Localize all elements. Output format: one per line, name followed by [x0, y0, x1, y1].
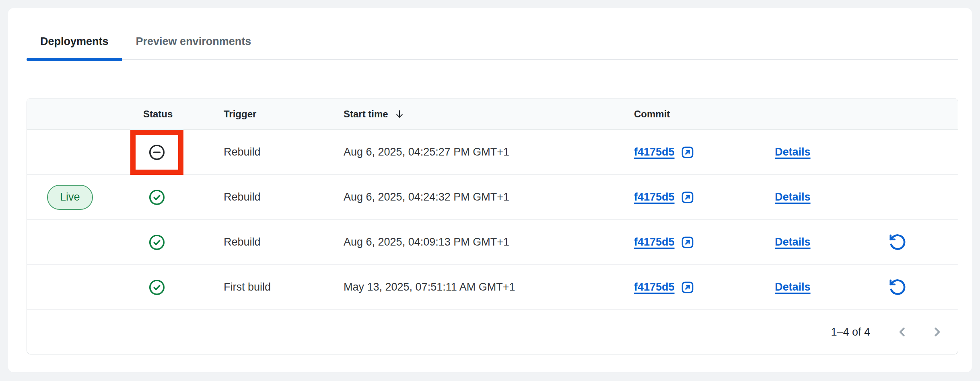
- commit-link[interactable]: f4175d5: [634, 280, 695, 295]
- live-badge: Live: [47, 185, 93, 210]
- previous-page-button[interactable]: [895, 325, 910, 339]
- details-link[interactable]: Details: [775, 191, 811, 203]
- status-cell: [143, 234, 224, 251]
- commit-link[interactable]: f4175d5: [634, 235, 695, 250]
- trigger-cell: First build: [224, 281, 344, 293]
- environment-cell: Live: [27, 185, 143, 210]
- details-cell: Details: [775, 281, 861, 293]
- trigger-cell: Rebuild: [224, 236, 344, 248]
- commit-hash: f4175d5: [634, 281, 675, 293]
- external-link-icon: [680, 145, 695, 160]
- chevron-left-icon: [895, 325, 910, 339]
- status-cell: [143, 188, 224, 206]
- details-cell: Details: [775, 236, 861, 248]
- start-time-cell: May 13, 2025, 07:51:11 AM GMT+1: [344, 281, 634, 293]
- success-status-icon: [148, 234, 166, 251]
- trigger-cell: Rebuild: [224, 146, 344, 158]
- tab-preview-environments[interactable]: Preview environments: [122, 28, 265, 60]
- table-row: Rebuild Aug 6, 2025, 04:09:13 PM GMT+1 f…: [27, 220, 958, 265]
- details-label: Details: [775, 146, 811, 158]
- details-label: Details: [775, 191, 811, 203]
- action-cell: [861, 233, 958, 252]
- table-row: Live Rebuild Aug 6, 2025, 04:24:32 PM GM…: [27, 175, 958, 220]
- start-time-cell: Aug 6, 2025, 04:25:27 PM GMT+1: [344, 146, 634, 158]
- header-trigger: Trigger: [224, 109, 344, 120]
- commit-link[interactable]: f4175d5: [634, 145, 695, 160]
- details-cell: Details: [775, 146, 861, 158]
- external-link-icon: [680, 235, 695, 250]
- retry-deployment-button[interactable]: [888, 233, 907, 252]
- pagination-range-label: 1–4 of 4: [831, 326, 870, 338]
- details-link[interactable]: Details: [775, 281, 811, 293]
- retry-deployment-button[interactable]: [888, 278, 907, 297]
- table-row: Rebuild Aug 6, 2025, 04:25:27 PM GMT+1 f…: [27, 130, 958, 175]
- commit-cell: f4175d5: [634, 145, 775, 160]
- rotate-ccw-icon: [888, 278, 907, 297]
- commit-cell: f4175d5: [634, 280, 775, 295]
- page-background: Deployments Preview environments Status …: [0, 0, 980, 381]
- commit-hash: f4175d5: [634, 191, 675, 203]
- pagination-row: 1–4 of 4: [27, 310, 958, 354]
- header-start-time-label: Start time: [344, 109, 388, 120]
- commit-hash: f4175d5: [634, 146, 675, 158]
- details-link[interactable]: Details: [775, 146, 811, 158]
- table-header-row: Status Trigger Start time Commit: [27, 98, 958, 130]
- commit-cell: f4175d5: [634, 190, 775, 205]
- table-row: First build May 13, 2025, 07:51:11 AM GM…: [27, 265, 958, 310]
- external-link-icon: [680, 280, 695, 295]
- sort-descending-icon[interactable]: [394, 109, 405, 120]
- commit-cell: f4175d5: [634, 235, 775, 250]
- commit-link[interactable]: f4175d5: [634, 190, 695, 205]
- tab-deployments[interactable]: Deployments: [27, 28, 122, 60]
- start-time-cell: Aug 6, 2025, 04:24:32 PM GMT+1: [344, 191, 634, 203]
- details-link[interactable]: Details: [775, 236, 811, 248]
- action-cell: [861, 278, 958, 297]
- header-status: Status: [143, 109, 224, 120]
- external-link-icon: [680, 190, 695, 205]
- header-commit: Commit: [634, 109, 775, 120]
- deployments-table: Status Trigger Start time Commit: [27, 98, 958, 354]
- annotation-highlight-box: [130, 130, 183, 175]
- deployments-card: Deployments Preview environments Status …: [8, 8, 972, 372]
- status-cell: [143, 279, 224, 296]
- start-time-cell: Aug 6, 2025, 04:09:13 PM GMT+1: [344, 236, 634, 248]
- success-status-icon: [148, 279, 166, 296]
- success-status-icon: [148, 188, 166, 206]
- next-page-button[interactable]: [930, 325, 944, 339]
- header-start-time[interactable]: Start time: [344, 109, 634, 120]
- status-cell: [143, 143, 224, 161]
- rotate-ccw-icon: [888, 233, 907, 252]
- details-label: Details: [775, 236, 811, 248]
- commit-hash: f4175d5: [634, 236, 675, 248]
- chevron-right-icon: [930, 325, 944, 339]
- details-label: Details: [775, 281, 811, 293]
- trigger-cell: Rebuild: [224, 191, 344, 203]
- details-cell: Details: [775, 191, 861, 203]
- tab-bar: Deployments Preview environments: [8, 28, 972, 60]
